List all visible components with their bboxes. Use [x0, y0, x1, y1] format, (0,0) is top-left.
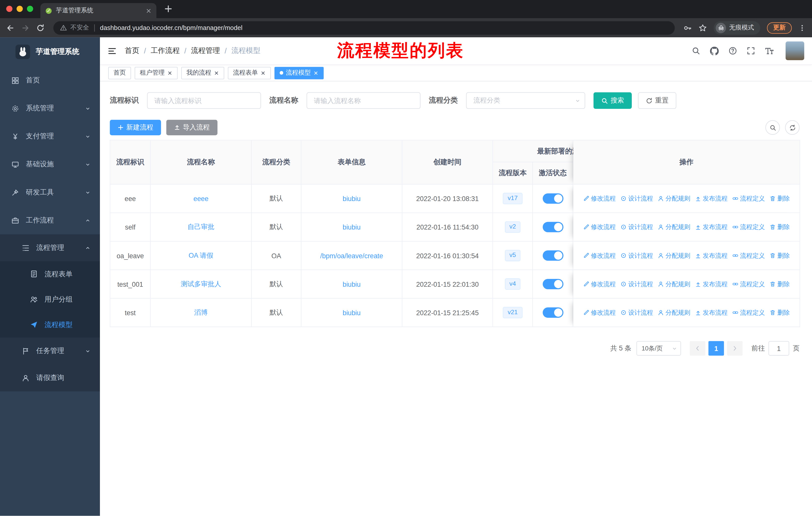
- breadcrumb-item[interactable]: 工作流程: [150, 46, 179, 55]
- action-publish-process[interactable]: 发布流程: [695, 308, 728, 317]
- active-toggle[interactable]: [543, 250, 563, 261]
- form-info-link[interactable]: biubiu: [343, 223, 360, 231]
- sidebar-item-process-management[interactable]: 流程管理: [0, 234, 100, 261]
- browser-menu-icon[interactable]: [799, 24, 806, 31]
- action-delete-process[interactable]: 删除: [770, 194, 790, 203]
- sidebar-item-process-model[interactable]: 流程模型: [0, 312, 100, 337]
- form-info-link[interactable]: biubiu: [343, 195, 360, 202]
- back-button[interactable]: [6, 24, 14, 32]
- search-button[interactable]: 搜索: [593, 92, 632, 109]
- next-page-button[interactable]: [727, 341, 743, 356]
- action-assign-rule[interactable]: 分配规则: [658, 308, 690, 317]
- security-label[interactable]: 不安全: [70, 23, 89, 32]
- process-name-link[interactable]: OA 请假: [188, 251, 213, 259]
- page-number-button[interactable]: 1: [708, 341, 724, 356]
- minimize-window-button[interactable]: [17, 6, 23, 12]
- fullscreen-icon[interactable]: [747, 47, 755, 55]
- process-name-link[interactable]: 测试多审批人: [181, 280, 221, 288]
- process-name-link[interactable]: 自己审批: [187, 223, 214, 231]
- process-category-select[interactable]: 流程分类: [466, 92, 585, 109]
- action-process-definition[interactable]: 流程定义: [732, 251, 765, 260]
- action-process-definition[interactable]: 流程定义: [732, 280, 765, 289]
- active-toggle[interactable]: [543, 307, 563, 318]
- close-icon[interactable]: [214, 70, 219, 76]
- action-edit-process[interactable]: 修改流程: [583, 223, 616, 232]
- reload-button[interactable]: [36, 24, 45, 32]
- action-publish-process[interactable]: 发布流程: [695, 251, 728, 260]
- form-info-link[interactable]: biubiu: [343, 280, 360, 288]
- action-publish-process[interactable]: 发布流程: [695, 223, 728, 232]
- action-publish-process[interactable]: 发布流程: [695, 280, 728, 289]
- reset-button[interactable]: 重置: [638, 92, 676, 109]
- active-toggle[interactable]: [543, 279, 563, 289]
- bookmark-star-icon[interactable]: [698, 24, 707, 32]
- help-icon[interactable]: [729, 47, 737, 55]
- sidebar-logo[interactable]: 芋道管理系统: [0, 37, 100, 66]
- action-design-process[interactable]: 设计流程: [620, 251, 653, 260]
- password-key-icon[interactable]: [684, 24, 692, 32]
- action-design-process[interactable]: 设计流程: [620, 280, 653, 289]
- tab-close-icon[interactable]: [145, 7, 152, 14]
- action-edit-process[interactable]: 修改流程: [583, 280, 616, 289]
- action-design-process[interactable]: 设计流程: [620, 223, 653, 232]
- action-design-process[interactable]: 设计流程: [620, 308, 653, 317]
- action-publish-process[interactable]: 发布流程: [695, 194, 728, 203]
- goto-page-input[interactable]: [768, 341, 789, 356]
- close-icon[interactable]: [167, 70, 173, 76]
- hamburger-icon[interactable]: [108, 46, 117, 55]
- sidebar-item-infrastructure[interactable]: 基础设施: [0, 151, 100, 179]
- sidebar-item-system[interactable]: 系统管理: [0, 94, 100, 122]
- sidebar-item-payment[interactable]: 支付管理: [0, 123, 100, 151]
- process-name-link[interactable]: 滔博: [194, 308, 208, 316]
- close-icon[interactable]: [261, 70, 266, 76]
- action-edit-process[interactable]: 修改流程: [583, 194, 616, 203]
- create-process-button[interactable]: 新建流程: [110, 120, 161, 135]
- zoom-window-button[interactable]: [27, 6, 33, 12]
- search-icon[interactable]: [692, 47, 700, 55]
- toggle-search-button[interactable]: [765, 120, 780, 135]
- incognito-badge[interactable]: 无痕模式: [714, 21, 760, 34]
- url-bar[interactable]: 不安全 dashboard.yudao.iocoder.cn/bpm/manag…: [53, 21, 675, 34]
- tag-process-form[interactable]: 流程表单: [228, 66, 271, 79]
- process-name-link[interactable]: eeee: [194, 195, 209, 202]
- update-button[interactable]: 更新: [767, 22, 792, 33]
- sidebar-item-workflow[interactable]: 工作流程: [0, 206, 100, 234]
- action-assign-rule[interactable]: 分配规则: [658, 194, 690, 203]
- action-delete-process[interactable]: 删除: [770, 223, 790, 232]
- tag-process-model[interactable]: 流程模型: [274, 66, 323, 79]
- refresh-table-button[interactable]: [785, 120, 800, 135]
- close-icon[interactable]: [313, 70, 319, 76]
- new-tab-button[interactable]: [163, 3, 173, 16]
- github-icon[interactable]: [710, 46, 719, 55]
- active-toggle[interactable]: [543, 193, 563, 203]
- form-info-link[interactable]: biubiu: [343, 309, 360, 317]
- browser-tab[interactable]: 芋道管理系统: [40, 3, 156, 18]
- tag-tenant[interactable]: 租户管理: [135, 66, 178, 79]
- action-assign-rule[interactable]: 分配规则: [658, 251, 690, 260]
- prev-page-button[interactable]: [690, 341, 705, 356]
- close-window-button[interactable]: [6, 6, 12, 12]
- forward-button[interactable]: [21, 24, 29, 32]
- user-avatar[interactable]: [786, 42, 804, 60]
- action-delete-process[interactable]: 删除: [770, 308, 790, 317]
- tag-home[interactable]: 首页: [108, 66, 131, 79]
- action-delete-process[interactable]: 删除: [770, 251, 790, 260]
- action-design-process[interactable]: 设计流程: [620, 194, 653, 203]
- sidebar-item-task-management[interactable]: 任务管理: [0, 337, 100, 364]
- process-id-input[interactable]: [147, 92, 261, 109]
- form-info-link[interactable]: /bpm/oa/leave/create: [320, 252, 383, 260]
- page-size-select[interactable]: 10条/页: [637, 341, 681, 356]
- action-assign-rule[interactable]: 分配规则: [658, 280, 690, 289]
- action-process-definition[interactable]: 流程定义: [732, 223, 765, 232]
- sidebar-item-process-form[interactable]: 流程表单: [0, 261, 100, 287]
- breadcrumb-item[interactable]: 首页: [125, 46, 140, 55]
- action-delete-process[interactable]: 删除: [770, 280, 790, 289]
- action-edit-process[interactable]: 修改流程: [583, 251, 616, 260]
- breadcrumb-item[interactable]: 流程管理: [191, 46, 220, 55]
- action-process-definition[interactable]: 流程定义: [732, 308, 765, 317]
- action-edit-process[interactable]: 修改流程: [583, 308, 616, 317]
- sidebar-item-home[interactable]: 首页: [0, 66, 100, 94]
- action-assign-rule[interactable]: 分配规则: [658, 223, 690, 232]
- sidebar-item-dev-tools[interactable]: 研发工具: [0, 179, 100, 206]
- import-process-button[interactable]: 导入流程: [166, 120, 218, 135]
